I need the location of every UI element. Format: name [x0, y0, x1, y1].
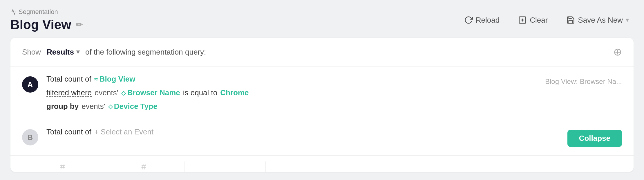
property-diamond-icon: ◇	[121, 89, 126, 96]
group-by-label: group by	[46, 102, 79, 111]
segmentation-icon	[10, 9, 17, 15]
show-row-right: ⊕	[613, 46, 622, 58]
breadcrumb: Segmentation	[10, 8, 82, 16]
value-chrome[interactable]: Chrome	[220, 88, 249, 97]
select-event-label: + Select an Event	[94, 127, 154, 136]
operator-text: is equal to	[183, 88, 218, 97]
query-line-2: filtered where events' ◇ Browser Name is…	[46, 88, 545, 97]
header: Segmentation Blog View ✏ Reload	[10, 8, 634, 32]
group-property-name: Device Type	[114, 102, 158, 111]
save-as-new-label: Save As New	[578, 16, 623, 25]
globe-icon[interactable]: ⊕	[613, 46, 622, 58]
save-as-new-chevron: ▾	[626, 16, 629, 24]
clear-button[interactable]: Clear	[513, 13, 552, 28]
chevron-down-icon: ▾	[76, 48, 79, 56]
bottom-row: # #	[10, 155, 634, 172]
row-a-right-label: Blog View: Browser Na...	[545, 75, 622, 86]
filtered-where-label[interactable]: filtered where	[46, 88, 92, 97]
header-actions: Reload Clear Save As New ▾	[460, 13, 634, 28]
total-count-label-b: Total count of	[46, 127, 91, 136]
save-as-new-button[interactable]: Save As New ▾	[562, 13, 634, 28]
reload-icon	[464, 16, 473, 24]
edit-icon[interactable]: ✏	[76, 20, 82, 30]
query-line-b1: Total count of + Select an Event	[46, 127, 567, 136]
reload-label: Reload	[476, 16, 500, 25]
event-wave-icon: ≈	[94, 75, 98, 83]
query-line-3: group by events' ◇ Device Type	[46, 102, 545, 111]
hash-cell-4	[266, 161, 347, 172]
hash-cell-5	[347, 161, 428, 172]
query-content-a: Total count of ≈ Blog View filtered wher…	[46, 75, 545, 111]
collapse-button[interactable]: Collapse	[567, 130, 622, 147]
results-dropdown[interactable]: Results ▾	[44, 46, 82, 58]
blog-view-event-link[interactable]: ≈ Blog View	[94, 75, 135, 84]
hash-cell-1: #	[22, 161, 103, 172]
query-line-1: Total count of ≈ Blog View	[46, 75, 545, 84]
row-letter-a: A	[22, 76, 38, 93]
of-label: of the following segmentation query:	[85, 48, 206, 57]
header-left: Segmentation Blog View ✏	[10, 8, 82, 32]
group-events-label: events'	[82, 102, 105, 111]
page-title: Blog View ✏	[10, 17, 82, 32]
query-section: A Total count of ≈ Blog View filtered wh…	[10, 66, 634, 172]
page-title-text: Blog View	[10, 17, 71, 32]
query-row-a: A Total count of ≈ Blog View filtered wh…	[10, 66, 634, 119]
row-letter-b: B	[22, 129, 38, 145]
query-row-b: B Total count of + Select an Event Colla…	[10, 119, 634, 155]
save-icon	[566, 16, 575, 24]
events-label-a: events'	[95, 88, 118, 97]
reload-button[interactable]: Reload	[460, 13, 504, 28]
device-type-property-link[interactable]: ◇ Device Type	[108, 102, 158, 111]
clear-icon	[518, 16, 527, 24]
show-label: Show	[22, 48, 41, 57]
total-count-label-a: Total count of	[46, 75, 91, 84]
group-property-icon: ◇	[108, 103, 113, 110]
hash-cell-3	[184, 161, 266, 172]
hash-cell-6	[428, 161, 509, 172]
results-label: Results	[47, 48, 74, 57]
page-wrapper: Segmentation Blog View ✏ Reload	[0, 0, 644, 180]
browser-name-property-link[interactable]: ◇ Browser Name	[121, 88, 180, 97]
breadcrumb-label: Segmentation	[19, 8, 58, 16]
event-name: Blog View	[100, 75, 135, 84]
property-name: Browser Name	[127, 88, 180, 97]
hash-cell-2: #	[103, 161, 184, 172]
main-card: Show Results ▾ of the following segmenta…	[10, 38, 634, 172]
clear-label: Clear	[530, 16, 548, 25]
query-content-b: Total count of + Select an Event	[46, 127, 567, 136]
select-event-button[interactable]: + Select an Event	[94, 127, 154, 136]
show-row: Show Results ▾ of the following segmenta…	[10, 38, 634, 66]
